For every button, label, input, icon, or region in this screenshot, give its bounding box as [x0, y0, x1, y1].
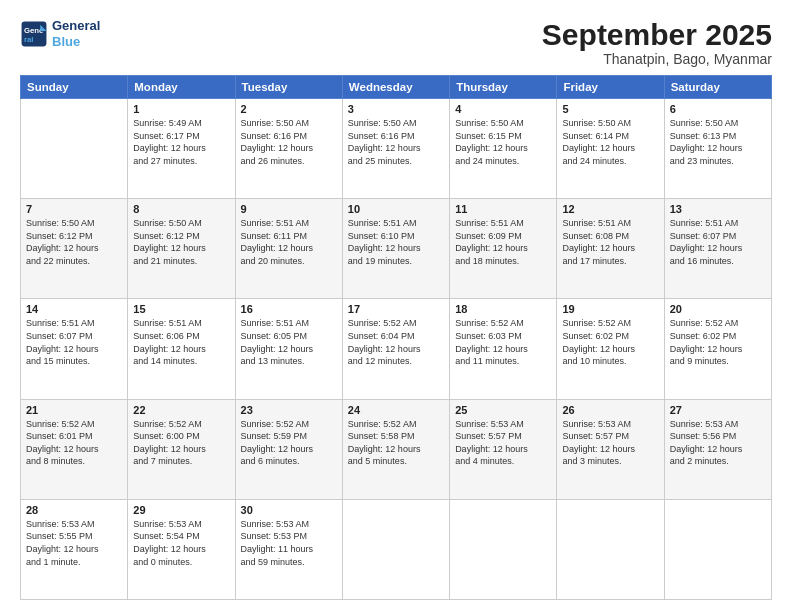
week-row-1: 7Sunrise: 5:50 AM Sunset: 6:12 PM Daylig… — [21, 199, 772, 299]
cell-info: Sunrise: 5:50 AM Sunset: 6:14 PM Dayligh… — [562, 117, 658, 167]
day-number: 4 — [455, 103, 551, 115]
calendar-cell: 7Sunrise: 5:50 AM Sunset: 6:12 PM Daylig… — [21, 199, 128, 299]
logo-text: General Blue — [52, 18, 100, 49]
cell-info: Sunrise: 5:51 AM Sunset: 6:08 PM Dayligh… — [562, 217, 658, 267]
calendar-cell — [450, 499, 557, 599]
cell-info: Sunrise: 5:52 AM Sunset: 5:58 PM Dayligh… — [348, 418, 444, 468]
day-number: 25 — [455, 404, 551, 416]
cell-info: Sunrise: 5:51 AM Sunset: 6:09 PM Dayligh… — [455, 217, 551, 267]
week-row-2: 14Sunrise: 5:51 AM Sunset: 6:07 PM Dayli… — [21, 299, 772, 399]
calendar-cell: 3Sunrise: 5:50 AM Sunset: 6:16 PM Daylig… — [342, 99, 449, 199]
weekday-header-saturday: Saturday — [664, 76, 771, 99]
weekday-header-friday: Friday — [557, 76, 664, 99]
calendar-cell: 15Sunrise: 5:51 AM Sunset: 6:06 PM Dayli… — [128, 299, 235, 399]
day-number: 3 — [348, 103, 444, 115]
calendar-cell: 11Sunrise: 5:51 AM Sunset: 6:09 PM Dayli… — [450, 199, 557, 299]
logo-line1: General — [52, 18, 100, 34]
cell-info: Sunrise: 5:53 AM Sunset: 5:54 PM Dayligh… — [133, 518, 229, 568]
day-number: 14 — [26, 303, 122, 315]
cell-info: Sunrise: 5:51 AM Sunset: 6:06 PM Dayligh… — [133, 317, 229, 367]
cell-info: Sunrise: 5:52 AM Sunset: 6:02 PM Dayligh… — [562, 317, 658, 367]
day-number: 22 — [133, 404, 229, 416]
calendar-cell: 10Sunrise: 5:51 AM Sunset: 6:10 PM Dayli… — [342, 199, 449, 299]
logo-icon: Gene ral — [20, 20, 48, 48]
calendar-cell: 25Sunrise: 5:53 AM Sunset: 5:57 PM Dayli… — [450, 399, 557, 499]
day-number: 16 — [241, 303, 337, 315]
day-number: 26 — [562, 404, 658, 416]
calendar-cell: 24Sunrise: 5:52 AM Sunset: 5:58 PM Dayli… — [342, 399, 449, 499]
cell-info: Sunrise: 5:53 AM Sunset: 5:53 PM Dayligh… — [241, 518, 337, 568]
weekday-header-row: SundayMondayTuesdayWednesdayThursdayFrid… — [21, 76, 772, 99]
cell-info: Sunrise: 5:50 AM Sunset: 6:16 PM Dayligh… — [348, 117, 444, 167]
cell-info: Sunrise: 5:51 AM Sunset: 6:10 PM Dayligh… — [348, 217, 444, 267]
cell-info: Sunrise: 5:49 AM Sunset: 6:17 PM Dayligh… — [133, 117, 229, 167]
cell-info: Sunrise: 5:53 AM Sunset: 5:57 PM Dayligh… — [562, 418, 658, 468]
main-title: September 2025 — [542, 18, 772, 51]
day-number: 1 — [133, 103, 229, 115]
day-number: 10 — [348, 203, 444, 215]
cell-info: Sunrise: 5:51 AM Sunset: 6:07 PM Dayligh… — [26, 317, 122, 367]
day-number: 7 — [26, 203, 122, 215]
calendar-cell: 6Sunrise: 5:50 AM Sunset: 6:13 PM Daylig… — [664, 99, 771, 199]
cell-info: Sunrise: 5:50 AM Sunset: 6:13 PM Dayligh… — [670, 117, 766, 167]
calendar-cell: 28Sunrise: 5:53 AM Sunset: 5:55 PM Dayli… — [21, 499, 128, 599]
day-number: 6 — [670, 103, 766, 115]
calendar-cell: 12Sunrise: 5:51 AM Sunset: 6:08 PM Dayli… — [557, 199, 664, 299]
calendar-cell: 29Sunrise: 5:53 AM Sunset: 5:54 PM Dayli… — [128, 499, 235, 599]
calendar-cell: 13Sunrise: 5:51 AM Sunset: 6:07 PM Dayli… — [664, 199, 771, 299]
page: Gene ral General Blue September 2025 Tha… — [0, 0, 792, 612]
calendar-cell: 23Sunrise: 5:52 AM Sunset: 5:59 PM Dayli… — [235, 399, 342, 499]
calendar-cell: 22Sunrise: 5:52 AM Sunset: 6:00 PM Dayli… — [128, 399, 235, 499]
calendar-cell: 9Sunrise: 5:51 AM Sunset: 6:11 PM Daylig… — [235, 199, 342, 299]
calendar-cell: 20Sunrise: 5:52 AM Sunset: 6:02 PM Dayli… — [664, 299, 771, 399]
day-number: 24 — [348, 404, 444, 416]
weekday-header-wednesday: Wednesday — [342, 76, 449, 99]
cell-info: Sunrise: 5:50 AM Sunset: 6:12 PM Dayligh… — [26, 217, 122, 267]
calendar-cell: 1Sunrise: 5:49 AM Sunset: 6:17 PM Daylig… — [128, 99, 235, 199]
week-row-0: 1Sunrise: 5:49 AM Sunset: 6:17 PM Daylig… — [21, 99, 772, 199]
cell-info: Sunrise: 5:50 AM Sunset: 6:16 PM Dayligh… — [241, 117, 337, 167]
day-number: 11 — [455, 203, 551, 215]
day-number: 19 — [562, 303, 658, 315]
title-block: September 2025 Thanatpin, Bago, Myanmar — [542, 18, 772, 67]
week-row-4: 28Sunrise: 5:53 AM Sunset: 5:55 PM Dayli… — [21, 499, 772, 599]
weekday-header-tuesday: Tuesday — [235, 76, 342, 99]
day-number: 20 — [670, 303, 766, 315]
calendar-cell — [21, 99, 128, 199]
calendar-cell: 19Sunrise: 5:52 AM Sunset: 6:02 PM Dayli… — [557, 299, 664, 399]
day-number: 15 — [133, 303, 229, 315]
sub-title: Thanatpin, Bago, Myanmar — [542, 51, 772, 67]
calendar-cell: 2Sunrise: 5:50 AM Sunset: 6:16 PM Daylig… — [235, 99, 342, 199]
calendar-cell: 14Sunrise: 5:51 AM Sunset: 6:07 PM Dayli… — [21, 299, 128, 399]
cell-info: Sunrise: 5:52 AM Sunset: 5:59 PM Dayligh… — [241, 418, 337, 468]
calendar-cell: 16Sunrise: 5:51 AM Sunset: 6:05 PM Dayli… — [235, 299, 342, 399]
day-number: 29 — [133, 504, 229, 516]
day-number: 13 — [670, 203, 766, 215]
calendar-cell: 4Sunrise: 5:50 AM Sunset: 6:15 PM Daylig… — [450, 99, 557, 199]
calendar-cell: 21Sunrise: 5:52 AM Sunset: 6:01 PM Dayli… — [21, 399, 128, 499]
day-number: 12 — [562, 203, 658, 215]
day-number: 8 — [133, 203, 229, 215]
day-number: 28 — [26, 504, 122, 516]
cell-info: Sunrise: 5:52 AM Sunset: 6:03 PM Dayligh… — [455, 317, 551, 367]
cell-info: Sunrise: 5:51 AM Sunset: 6:05 PM Dayligh… — [241, 317, 337, 367]
day-number: 18 — [455, 303, 551, 315]
day-number: 2 — [241, 103, 337, 115]
day-number: 23 — [241, 404, 337, 416]
day-number: 9 — [241, 203, 337, 215]
calendar-cell — [342, 499, 449, 599]
weekday-header-monday: Monday — [128, 76, 235, 99]
cell-info: Sunrise: 5:52 AM Sunset: 6:04 PM Dayligh… — [348, 317, 444, 367]
calendar-cell — [557, 499, 664, 599]
cell-info: Sunrise: 5:53 AM Sunset: 5:56 PM Dayligh… — [670, 418, 766, 468]
cell-info: Sunrise: 5:53 AM Sunset: 5:57 PM Dayligh… — [455, 418, 551, 468]
cell-info: Sunrise: 5:50 AM Sunset: 6:15 PM Dayligh… — [455, 117, 551, 167]
cell-info: Sunrise: 5:53 AM Sunset: 5:55 PM Dayligh… — [26, 518, 122, 568]
cell-info: Sunrise: 5:50 AM Sunset: 6:12 PM Dayligh… — [133, 217, 229, 267]
calendar-cell: 30Sunrise: 5:53 AM Sunset: 5:53 PM Dayli… — [235, 499, 342, 599]
cell-info: Sunrise: 5:51 AM Sunset: 6:07 PM Dayligh… — [670, 217, 766, 267]
weekday-header-thursday: Thursday — [450, 76, 557, 99]
week-row-3: 21Sunrise: 5:52 AM Sunset: 6:01 PM Dayli… — [21, 399, 772, 499]
svg-text:ral: ral — [24, 34, 34, 43]
calendar-cell: 18Sunrise: 5:52 AM Sunset: 6:03 PM Dayli… — [450, 299, 557, 399]
